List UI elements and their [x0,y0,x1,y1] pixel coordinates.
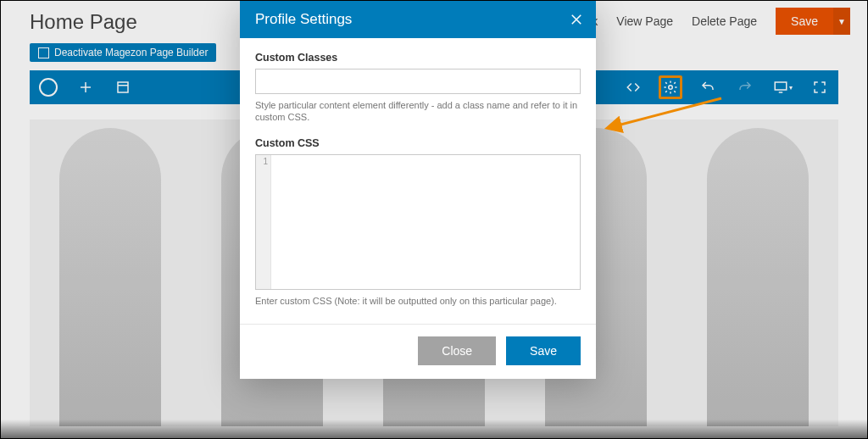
modal-save-button[interactable]: Save [506,336,581,365]
settings-button[interactable] [659,75,682,99]
profile-settings-modal: Profile Settings Custom Classes Style pa… [240,1,596,379]
svg-point-1 [669,86,673,90]
css-line-gutter: 1 [256,155,271,289]
custom-css-help: Enter custom CSS (Note: it will be outpu… [255,295,581,307]
save-dropdown-caret[interactable]: ▼ [833,8,850,35]
undo-button[interactable] [696,75,720,99]
deactivate-label: Deactivate Magezon Page Builder [54,47,208,58]
svg-rect-2 [775,82,787,90]
svg-rect-0 [118,82,128,92]
delete-page-link[interactable]: Delete Page [692,14,757,28]
deactivate-builder-button[interactable]: Deactivate Magezon Page Builder [30,43,216,62]
fullscreen-button[interactable] [808,75,832,99]
page-title: Home Page [30,10,137,34]
custom-css-label: Custom CSS [255,137,581,149]
modal-title: Profile Settings [255,11,352,28]
code-view-button[interactable] [621,75,645,99]
custom-classes-help: Style particular content element differe… [255,99,581,124]
close-icon[interactable] [569,12,584,27]
builder-icon [38,47,49,58]
custom-classes-label: Custom Classes [255,52,581,64]
redo-button[interactable] [733,75,757,99]
save-button[interactable]: Save ▼ [776,8,850,35]
custom-css-input[interactable] [271,155,580,289]
custom-classes-input[interactable] [255,69,581,94]
add-element-button[interactable] [74,75,97,99]
template-button[interactable] [111,75,135,99]
save-button-label: Save [776,8,833,35]
responsive-button[interactable]: ▾ [771,75,794,99]
view-page-link[interactable]: View Page [616,14,673,28]
close-button[interactable]: Close [418,336,496,365]
logo-icon[interactable] [36,75,60,99]
